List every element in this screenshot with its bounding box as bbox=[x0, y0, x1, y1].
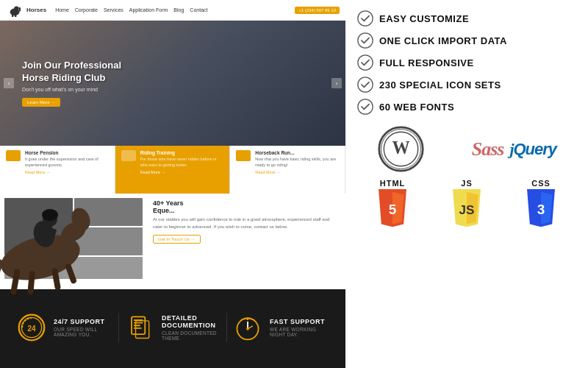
svg-rect-4 bbox=[15, 14, 16, 16]
bottom-features-bar: 24 24/7 SUPPORT OUR SPEED WILL AMAZING Y… bbox=[0, 294, 345, 361]
svg-point-32 bbox=[358, 55, 373, 70]
content-body: At our stables you will gain confidence … bbox=[153, 216, 340, 230]
fast-support-icon bbox=[233, 313, 262, 342]
feature-full-responsive: FULL RESPONSIVE bbox=[357, 53, 576, 72]
card-title-3: Horseback Run... bbox=[255, 150, 339, 155]
hero-title: Join Our ProfessionalHorse Riding Club bbox=[22, 60, 121, 85]
wordpress-logo: W bbox=[377, 125, 425, 173]
svg-point-34 bbox=[358, 99, 373, 114]
svg-text:JS: JS bbox=[459, 203, 475, 217]
hero-prev-arrow[interactable]: ‹ bbox=[4, 78, 14, 88]
check-circle-icon-1 bbox=[357, 10, 373, 26]
hero-subtitle: Don't you off what's on your mind bbox=[22, 87, 121, 92]
fast-title: FAST SUPPORT bbox=[270, 318, 329, 325]
check-circle-icon-5 bbox=[357, 99, 373, 115]
nav-home[interactable]: Home bbox=[55, 7, 69, 13]
card-link-3[interactable]: Read More → bbox=[255, 170, 339, 174]
html5-badge: HTML 5 bbox=[375, 179, 410, 230]
svg-text:24: 24 bbox=[27, 325, 36, 333]
svg-rect-22 bbox=[134, 325, 140, 326]
docs-text: DETAILED DOCUMENTION CLEAN DOCUMENTED TH… bbox=[162, 314, 220, 341]
svg-rect-21 bbox=[134, 322, 143, 324]
card-link-2[interactable]: Read More → bbox=[140, 170, 224, 174]
fast-text: FAST SUPPORT WE ARE WORKING NIGHT DAY. bbox=[270, 318, 329, 337]
logo-text: Horses bbox=[26, 7, 46, 13]
check-circle-icon-2 bbox=[357, 32, 373, 49]
right-panel: EASY CUSTOMIZE ONE CLICK IMPORT DATA FUL… bbox=[345, 0, 588, 368]
card-desc-2: For those who have never ridden before o… bbox=[140, 157, 224, 168]
svg-point-33 bbox=[358, 77, 373, 92]
docs-feature: DETAILED DOCUMENTION CLEAN DOCUMENTED TH… bbox=[119, 313, 227, 342]
hero-content: Join Our ProfessionalHorse Riding Club D… bbox=[22, 60, 121, 107]
left-panel: Horses Home Corporate Services Applicati… bbox=[0, 0, 345, 368]
hero-cta-button[interactable]: Learn More → bbox=[22, 98, 60, 107]
hero-next-arrow[interactable]: › bbox=[331, 78, 342, 88]
svg-rect-11 bbox=[65, 263, 77, 284]
feature-label-5: 60 WEB FONTS bbox=[379, 102, 454, 113]
nav-blog[interactable]: Blog bbox=[173, 7, 184, 13]
tech-logos-section: W Sass jQuery HTML bbox=[357, 125, 576, 359]
card-desc-3: Now that you have basic riding skills, y… bbox=[255, 157, 339, 168]
js-icon: JS bbox=[449, 189, 484, 230]
24h-support-icon: 24 bbox=[17, 313, 46, 342]
docs-title: DETAILED DOCUMENTION bbox=[162, 314, 220, 329]
card-title-2: Riding Training bbox=[140, 150, 224, 155]
content-cta-button[interactable]: Get In Touch Us → bbox=[153, 235, 201, 244]
docs-desc: CLEAN DOCUMENTED THEME. bbox=[162, 330, 220, 341]
svg-point-1 bbox=[14, 6, 18, 10]
sass-jquery-logos: Sass jQuery bbox=[472, 138, 556, 160]
nav-application[interactable]: Application Form bbox=[129, 7, 168, 13]
support-text: 24/7 SUPPORT OUR SPEED WILL AMAZING YOU. bbox=[54, 318, 112, 337]
feature-one-click-import: ONE CLICK IMPORT DATA bbox=[357, 31, 576, 50]
card-horseback-icon bbox=[236, 150, 251, 161]
svg-point-31 bbox=[358, 33, 373, 48]
svg-rect-2 bbox=[19, 7, 21, 12]
svg-rect-23 bbox=[134, 328, 142, 329]
support-desc: OUR SPEED WILL AMAZING YOU. bbox=[54, 327, 112, 337]
fast-feature: FAST SUPPORT WE ARE WORKING NIGHT DAY. bbox=[227, 313, 334, 342]
feature-icon-sets: 230 SPECIAL ICON SETS bbox=[357, 75, 576, 94]
support-title: 24/7 SUPPORT bbox=[54, 318, 112, 325]
nav-phone: +1 (234) 567 89 10 bbox=[295, 7, 340, 14]
svg-text:3: 3 bbox=[537, 202, 545, 217]
tech-row-2: HTML 5 JS JS CSS bbox=[357, 179, 576, 230]
check-circle-icon-4 bbox=[357, 77, 373, 93]
svg-point-30 bbox=[358, 11, 373, 26]
preview-logo: Horses bbox=[6, 4, 46, 17]
jquery-text: jQuery bbox=[509, 140, 556, 158]
js-badge: JS JS bbox=[449, 179, 484, 230]
nav-corporate[interactable]: Corporate bbox=[75, 7, 98, 13]
documentation-icon bbox=[125, 313, 154, 342]
html5-icon: 5 bbox=[375, 189, 410, 230]
content-heading: 40+ YearsEque... bbox=[153, 199, 340, 214]
nav-contact[interactable]: Contact bbox=[190, 7, 207, 13]
card-riding-icon bbox=[121, 150, 136, 161]
sass-text: Sass bbox=[472, 138, 504, 160]
nav-links: Home Corporate Services Application Form… bbox=[55, 7, 207, 13]
preview-text-content: 40+ YearsEque... At our stables you will… bbox=[147, 194, 345, 289]
card-horseback: Horseback Run... Now that you have basic… bbox=[230, 146, 345, 194]
svg-point-14 bbox=[42, 209, 58, 221]
feature-web-fonts: 60 WEB FONTS bbox=[357, 97, 576, 116]
css3-badge: CSS 3 bbox=[523, 179, 559, 230]
feature-label-3: FULL RESPONSIVE bbox=[379, 57, 474, 68]
feature-label-4: 230 SPECIAL ICON SETS bbox=[379, 79, 501, 91]
preview-hero: ‹ Join Our ProfessionalHorse Riding Club… bbox=[0, 21, 345, 146]
card-riding-training: Riding Training For those who have never… bbox=[115, 146, 231, 194]
support-feature: 24 24/7 SUPPORT OUR SPEED WILL AMAZING Y… bbox=[11, 313, 119, 342]
feature-list: EASY CUSTOMIZE ONE CLICK IMPORT DATA FUL… bbox=[357, 9, 576, 116]
html-label: HTML bbox=[380, 179, 406, 188]
preview-navbar: Horses Home Corporate Services Applicati… bbox=[0, 0, 345, 21]
nav-services[interactable]: Services bbox=[104, 7, 123, 13]
svg-text:5: 5 bbox=[389, 202, 397, 217]
tech-row-1: W Sass jQuery bbox=[357, 125, 576, 173]
svg-rect-3 bbox=[12, 14, 13, 16]
feature-easy-customize: EASY CUSTOMIZE bbox=[357, 9, 576, 28]
fast-desc: WE ARE WORKING NIGHT DAY. bbox=[270, 327, 329, 337]
svg-text:W: W bbox=[392, 138, 409, 158]
svg-point-29 bbox=[246, 328, 249, 330]
jquery-logo: jQuery bbox=[509, 140, 556, 159]
feature-label-1: EASY CUSTOMIZE bbox=[379, 13, 469, 24]
css-label: CSS bbox=[531, 179, 551, 188]
js-label: JS bbox=[461, 179, 472, 188]
